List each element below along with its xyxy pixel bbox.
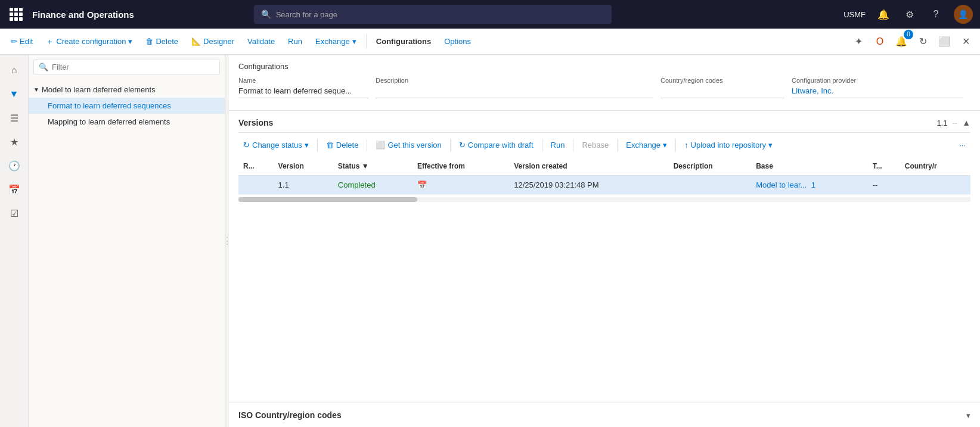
delete-icon: 🗑 (145, 37, 153, 46)
more-options-button[interactable]: ··· (954, 138, 970, 152)
collapse-button[interactable]: ▲ (962, 118, 970, 127)
create-chevron-icon: ▾ (128, 37, 132, 46)
table-row[interactable]: 1.1 Completed 📅 12/25/2019 03:21:48 PM M… (238, 176, 970, 195)
clock-icon[interactable]: 🕐 (4, 155, 25, 176)
versions-exchange-button[interactable]: Exchange ▾ (621, 138, 672, 152)
base-num-link[interactable]: 1 (811, 180, 815, 189)
ver-separator-5 (573, 139, 573, 151)
versions-header: Versions 1.1 -- ▲ (238, 111, 970, 133)
tree-filter[interactable]: 🔍 (33, 60, 220, 74)
search-input[interactable] (276, 10, 604, 19)
tasks-icon[interactable]: ☑ (4, 202, 25, 224)
horizontal-scrollbar[interactable] (238, 197, 970, 202)
iso-section[interactable]: ISO Country/region codes ▾ (229, 403, 980, 427)
tree-item-0[interactable]: Format to learn deferred sequences (29, 98, 225, 114)
cell-version: 1.1 (274, 176, 333, 195)
maximize-icon[interactable]: ⬜ (935, 32, 954, 51)
calendar-cell-icon[interactable]: 📅 (417, 180, 427, 189)
resize-handle[interactable] (225, 55, 229, 427)
change-status-icon: ↻ (243, 141, 250, 149)
options-tab[interactable]: Options (438, 33, 477, 49)
versions-title: Versions (238, 118, 273, 127)
change-status-chevron-icon: ▾ (305, 141, 309, 149)
edit-button[interactable]: ✏ Edit (5, 33, 39, 49)
tree-parent-item[interactable]: ▼ Model to learn deferred elements (29, 82, 225, 98)
designer-button[interactable]: 📐 Designer (185, 33, 240, 49)
delete-button[interactable]: 🗑 Delete (139, 33, 184, 49)
exchange-chevron-icon: ▾ (352, 37, 356, 46)
notification-wrapper: 🔔 0 (892, 32, 911, 51)
exchange-drop-icon: ▾ (663, 141, 667, 149)
home-icon[interactable]: ⌂ (4, 60, 25, 81)
cell-version-created: 12/25/2019 03:21:48 PM (509, 176, 669, 195)
status-completed: Completed (338, 180, 376, 189)
col-country: Country/r (900, 157, 970, 176)
versions-table: R... Version Status ▼ Effective from Ver… (238, 157, 970, 195)
col-base: Base (751, 157, 867, 176)
col-version-created: Version created (509, 157, 669, 176)
iso-collapse-icon: ▾ (966, 411, 970, 420)
iso-title: ISO Country/region codes (238, 410, 342, 420)
rebase-button[interactable]: Rebase (577, 138, 613, 152)
star-icon[interactable]: ★ (4, 131, 25, 152)
favorites-icon[interactable]: ✦ (849, 32, 868, 51)
tree-item-1[interactable]: Mapping to learn deferred elements (29, 114, 225, 130)
notification-bell[interactable]: 🔔 (875, 6, 892, 23)
settings-icon[interactable]: ⚙ (901, 6, 918, 23)
versions-run-button[interactable]: Run (546, 138, 570, 152)
scrollbar-thumb[interactable] (238, 197, 417, 202)
cell-country (900, 176, 970, 195)
list-icon[interactable]: ☰ (4, 107, 25, 129)
tree-parent-label: Model to learn deferred elements (42, 85, 156, 94)
versions-section: Versions 1.1 -- ▲ ↻ Change status ▾ 🗑 De… (229, 111, 980, 403)
sidebar-icons: ⌂ ▼ ☰ ★ 🕐 📅 ☑ (0, 55, 29, 427)
avatar[interactable]: 👤 (954, 5, 973, 24)
versions-controls: 1.1 -- ▲ (936, 118, 970, 127)
configurations-header: Configurations Name Format to learn defe… (229, 55, 980, 111)
tree-arrow-icon: ▼ (33, 86, 39, 93)
cmd-divider (366, 35, 367, 49)
config-fields: Name Format to learn deferred seque... D… (238, 77, 970, 103)
compare-draft-button[interactable]: ↻ Compare with draft (454, 138, 538, 152)
col-description: Description (669, 157, 752, 176)
main-layout: ⌂ ▼ ☰ ★ 🕐 📅 ☑ 🔍 ▼ Model to learn deferre… (0, 55, 980, 427)
ver-separator-6 (617, 139, 618, 151)
exchange-button[interactable]: Exchange ▾ (309, 33, 362, 49)
office-icon[interactable]: O (870, 32, 889, 51)
versions-delete-button[interactable]: 🗑 Delete (321, 138, 364, 152)
cmd-bar-right: ✦ O 🔔 0 ↻ ⬜ ✕ (849, 32, 975, 51)
description-value (376, 86, 653, 98)
app-title: Finance and Operations (32, 10, 134, 20)
configurations-tab[interactable]: Configurations (370, 33, 437, 49)
tree-panel: 🔍 ▼ Model to learn deferred elements For… (29, 55, 225, 427)
get-version-button[interactable]: ⬜ Get this version (371, 138, 446, 152)
status-filter-icon[interactable]: ▼ (362, 162, 369, 170)
name-value: Format to learn deferred seque... (238, 86, 368, 98)
upload-chevron-icon: ▾ (768, 141, 773, 149)
filter-icon[interactable]: ▼ (4, 83, 25, 105)
provider-value: Litware, Inc. (792, 86, 963, 98)
change-status-button[interactable]: ↻ Change status ▾ (238, 138, 314, 152)
upload-repository-button[interactable]: ↑ Upload into repository ▾ (680, 138, 777, 152)
plus-icon: ＋ (46, 36, 54, 47)
search-bar[interactable]: 🔍 (254, 5, 612, 24)
upload-icon: ↑ (684, 141, 689, 149)
version-number: 1.1 (936, 119, 947, 127)
run-button[interactable]: Run (282, 33, 308, 49)
country-label: Country/region codes (660, 77, 784, 84)
top-navigation: Finance and Operations 🔍 USMF 🔔 ⚙ ? 👤 (0, 0, 980, 29)
notification-badge: 0 (904, 30, 913, 39)
tree-item-0-label: Format to learn deferred sequences (48, 101, 171, 110)
help-icon[interactable]: ? (928, 6, 944, 23)
filter-search-icon: 🔍 (39, 63, 48, 71)
create-configuration-button[interactable]: ＋ Create configuration ▾ (40, 33, 138, 51)
close-icon[interactable]: ✕ (956, 32, 975, 51)
get-version-icon: ⬜ (376, 141, 385, 149)
base-link[interactable]: Model to lear... (756, 180, 807, 189)
validate-button[interactable]: Validate (241, 33, 281, 49)
waffle-menu[interactable] (7, 5, 25, 23)
refresh-icon[interactable]: ↻ (913, 32, 932, 51)
tree-item-1-label: Mapping to learn deferred elements (48, 117, 170, 126)
tree-filter-input[interactable] (52, 63, 215, 71)
calendar-icon[interactable]: 📅 (4, 179, 25, 200)
